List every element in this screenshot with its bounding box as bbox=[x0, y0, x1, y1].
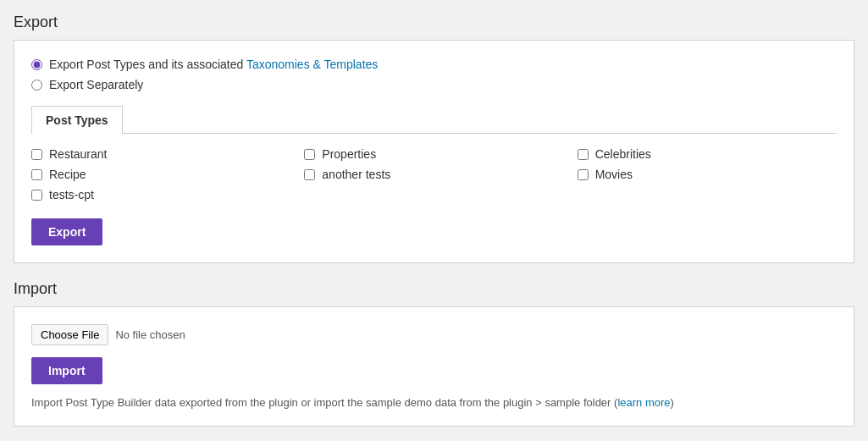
import-info-text: Import Post Type Builder data exported f… bbox=[31, 396, 617, 409]
radio-item-all: Export Post Types and its associated Tax… bbox=[31, 58, 837, 71]
checkbox-testscpt-label[interactable]: tests-cpt bbox=[49, 188, 94, 201]
radio-all-input[interactable] bbox=[31, 59, 42, 70]
checkbox-item-properties: Properties bbox=[304, 147, 563, 161]
radio-item-sep: Export Separately bbox=[31, 78, 837, 91]
checkbox-celebrities[interactable] bbox=[578, 149, 589, 160]
tab-post-types[interactable]: Post Types bbox=[31, 106, 123, 135]
checkbox-item-movies: Movies bbox=[578, 168, 837, 181]
radio-all-highlight: Taxonomies & Templates bbox=[246, 58, 378, 71]
checkbox-item-testscpt: tests-cpt bbox=[31, 188, 290, 201]
learn-more-link[interactable]: learn more bbox=[617, 396, 670, 409]
import-title: Import bbox=[14, 280, 854, 298]
choose-file-button[interactable]: Choose File bbox=[31, 324, 108, 345]
checkbox-properties[interactable] bbox=[304, 149, 315, 160]
checkbox-anothertests-label[interactable]: another tests bbox=[322, 168, 390, 181]
checkbox-grid: Restaurant Properties Celebrities Recipe… bbox=[31, 147, 837, 201]
radio-all-label[interactable]: Export Post Types and its associated Tax… bbox=[49, 58, 378, 71]
radio-sep-label[interactable]: Export Separately bbox=[49, 78, 143, 91]
checkbox-celebrities-label[interactable]: Celebrities bbox=[595, 147, 651, 161]
checkbox-item-recipe: Recipe bbox=[31, 168, 290, 181]
checkbox-movies[interactable] bbox=[578, 169, 589, 180]
checkbox-movies-label[interactable]: Movies bbox=[595, 168, 633, 181]
export-button[interactable]: Export bbox=[31, 218, 102, 245]
checkbox-item-anothertests: another tests bbox=[304, 168, 563, 181]
export-card: Export Post Types and its associated Tax… bbox=[14, 40, 854, 263]
import-info: Import Post Type Builder data exported f… bbox=[31, 396, 837, 409]
import-button[interactable]: Import bbox=[31, 357, 102, 384]
import-info-end: ) bbox=[671, 396, 674, 409]
radio-sep-input[interactable] bbox=[31, 80, 42, 91]
tab-container: Post Types bbox=[31, 105, 837, 134]
checkbox-item-restaurant: Restaurant bbox=[31, 147, 290, 161]
export-radio-group: Export Post Types and its associated Tax… bbox=[31, 58, 837, 91]
checkbox-recipe-label[interactable]: Recipe bbox=[49, 168, 86, 181]
no-file-label: No file chosen bbox=[115, 328, 185, 341]
import-card: Choose File No file chosen Import Import… bbox=[14, 306, 854, 427]
checkbox-anothertests[interactable] bbox=[304, 169, 315, 180]
checkbox-restaurant[interactable] bbox=[31, 149, 42, 160]
checkbox-restaurant-label[interactable]: Restaurant bbox=[49, 147, 107, 161]
checkbox-recipe[interactable] bbox=[31, 169, 42, 180]
checkbox-properties-label[interactable]: Properties bbox=[322, 147, 376, 161]
checkbox-item-celebrities: Celebrities bbox=[578, 147, 837, 161]
export-title: Export bbox=[14, 14, 854, 31]
checkbox-testscpt[interactable] bbox=[31, 190, 42, 201]
file-input-row: Choose File No file chosen bbox=[31, 324, 837, 345]
